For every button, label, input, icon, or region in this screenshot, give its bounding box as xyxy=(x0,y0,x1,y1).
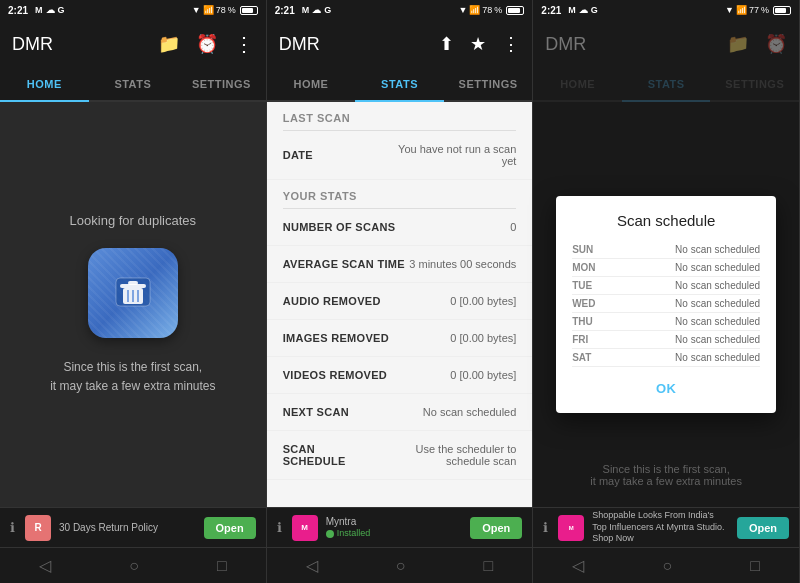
ad-bar-2: ℹ M Myntra Installed Open xyxy=(267,507,533,547)
folder-icon-3: 📁 xyxy=(727,33,749,55)
panel-home: 2:21 M ☁ G ▼ 📶 78% DMR 📁 ⏰ ⋮ HOME STATS … xyxy=(0,0,267,583)
stat-value-5: No scan scheduled xyxy=(423,406,517,418)
ad-info-icon-2: ℹ xyxy=(277,520,282,535)
tab-stats-2[interactable]: STATS xyxy=(355,68,444,102)
schedule-sun: SUN No scan scheduled xyxy=(572,241,760,259)
stats-content: LAST SCAN DATE You have not run a scan y… xyxy=(267,102,533,507)
panel3-bg-text: Since this is the first scan, it may tak… xyxy=(533,463,799,487)
status-bar-1: 2:21 M ☁ G ▼ 📶 78% xyxy=(0,0,266,20)
stat-label-6: SCANSCHEDULE xyxy=(283,443,346,467)
ad-bar-3: ℹ M Shoppable Looks From India's Top Inf… xyxy=(533,507,799,547)
stat-label-3: IMAGES REMOVED xyxy=(283,332,389,344)
home-btn-3[interactable]: ○ xyxy=(643,549,693,583)
tab-home-2[interactable]: HOME xyxy=(267,68,356,100)
schedule-mon: MON No scan scheduled xyxy=(572,259,760,277)
recents-btn-3[interactable]: □ xyxy=(730,549,780,583)
clock-icon[interactable]: ⏰ xyxy=(196,33,218,55)
date-label: DATE xyxy=(283,149,313,161)
app-title-1: DMR xyxy=(12,34,158,55)
tab-stats-1[interactable]: STATS xyxy=(89,68,178,100)
last-scan-header: LAST SCAN xyxy=(267,102,533,130)
status-time-1: 2:21 M ☁ G xyxy=(8,5,65,16)
date-row: DATE You have not run a scan yet xyxy=(267,131,533,180)
app-icon xyxy=(88,248,178,338)
schedule-day-fri: FRI xyxy=(572,334,602,345)
stat-label-0: NUMBER OF SCANS xyxy=(283,221,396,233)
app-bar-3: DMR 📁 ⏰ xyxy=(533,20,799,68)
schedule-val-fri: No scan scheduled xyxy=(675,334,760,345)
stat-value-6: Use the scheduler to schedule scan xyxy=(388,443,517,467)
bottom-nav-3: ◁ ○ □ xyxy=(533,547,799,583)
date-value: You have not run a scan yet xyxy=(388,143,517,167)
stat-value-1: 3 minutes 00 seconds xyxy=(409,258,516,270)
schedule-day-sat: SAT xyxy=(572,352,602,363)
home-subtitle: Looking for duplicates xyxy=(70,213,196,228)
panel-stats: 2:21 M ☁ G ▼ 📶 78% DMR ⬆ ★ ⋮ HOME STATS … xyxy=(267,0,534,583)
schedule-day-thu: THU xyxy=(572,316,602,327)
schedule-fri: FRI No scan scheduled xyxy=(572,331,760,349)
schedule-val-thu: No scan scheduled xyxy=(675,316,760,327)
schedule-day-sun: SUN xyxy=(572,244,602,255)
schedule-wed: WED No scan scheduled xyxy=(572,295,760,313)
ad-bar-1: ℹ R 30 Days Return Policy Open xyxy=(0,507,266,547)
dialog-ok-container: OK xyxy=(572,379,760,397)
stat-row-6: SCANSCHEDULE Use the scheduler to schedu… xyxy=(267,431,533,480)
stat-label-4: VIDEOS REMOVED xyxy=(283,369,387,381)
schedule-day-tue: TUE xyxy=(572,280,602,291)
panel3-content: Scan schedule SUN No scan scheduled MON … xyxy=(533,102,799,507)
tab-settings-2[interactable]: SETTINGS xyxy=(444,68,533,100)
status-bar-2: 2:21 M ☁ G ▼ 📶 78% xyxy=(267,0,533,20)
back-btn-2[interactable]: ◁ xyxy=(286,548,338,583)
dialog-title: Scan schedule xyxy=(572,212,760,229)
ad-text-1: 30 Days Return Policy xyxy=(59,521,196,534)
back-btn-3[interactable]: ◁ xyxy=(552,548,604,583)
your-stats-header: YOUR STATS xyxy=(267,180,533,208)
home-btn-2[interactable]: ○ xyxy=(376,549,426,583)
bottom-nav-1: ◁ ○ □ xyxy=(0,547,266,583)
ad-open-btn-2[interactable]: Open xyxy=(470,517,522,539)
more-icon-2[interactable]: ⋮ xyxy=(502,33,520,55)
stat-value-2: 0 [0.00 bytes] xyxy=(450,295,516,307)
ad-info-icon-3: ℹ xyxy=(543,520,548,535)
ad-open-btn-3[interactable]: Open xyxy=(737,517,789,539)
stat-row-1: AVERAGE SCAN TIME 3 minutes 00 seconds xyxy=(267,246,533,283)
stat-label-5: NEXT SCAN xyxy=(283,406,349,418)
stat-row-3: IMAGES REMOVED 0 [0.00 bytes] xyxy=(267,320,533,357)
stat-label-1: AVERAGE SCAN TIME xyxy=(283,258,405,270)
stat-row-2: AUDIO REMOVED 0 [0.00 bytes] xyxy=(267,283,533,320)
ad-open-btn-1[interactable]: Open xyxy=(204,517,256,539)
installed-badge: Installed xyxy=(326,528,463,540)
clock-icon-3: ⏰ xyxy=(765,33,787,55)
trash-svg xyxy=(108,268,158,318)
status-icons-1: ▼ 📶 78% xyxy=(192,5,258,15)
status-bar-3: 2:21 M ☁ G ▼ 📶 77% xyxy=(533,0,799,20)
stat-row-0: NUMBER OF SCANS 0 xyxy=(267,209,533,246)
tab-stats-3: STATS xyxy=(622,68,711,102)
schedule-val-wed: No scan scheduled xyxy=(675,298,760,309)
app-title-3: DMR xyxy=(545,34,727,55)
folder-icon[interactable]: 📁 xyxy=(158,33,180,55)
share-icon[interactable]: ⬆ xyxy=(439,33,454,55)
recents-btn-1[interactable]: □ xyxy=(197,549,247,583)
stat-row-4: VIDEOS REMOVED 0 [0.00 bytes] xyxy=(267,357,533,394)
home-content: Looking for duplicates Since this is the… xyxy=(0,102,266,507)
app-bar-actions-2: ⬆ ★ ⋮ xyxy=(439,33,520,55)
dialog-overlay: Scan schedule SUN No scan scheduled MON … xyxy=(533,102,799,507)
stat-value-3: 0 [0.00 bytes] xyxy=(450,332,516,344)
back-btn-1[interactable]: ◁ xyxy=(19,548,71,583)
tab-home-1[interactable]: HOME xyxy=(0,68,89,102)
tabs-2: HOME STATS SETTINGS xyxy=(267,68,533,102)
more-icon[interactable]: ⋮ xyxy=(234,32,254,56)
home-btn-1[interactable]: ○ xyxy=(109,549,159,583)
bottom-nav-2: ◁ ○ □ xyxy=(267,547,533,583)
dialog-ok-button[interactable]: OK xyxy=(656,381,677,396)
stat-value-0: 0 xyxy=(510,221,516,233)
tab-settings-1[interactable]: SETTINGS xyxy=(177,68,266,100)
recents-btn-2[interactable]: □ xyxy=(464,549,514,583)
ad-info-icon-1: ℹ xyxy=(10,520,15,535)
schedule-day-wed: WED xyxy=(572,298,602,309)
panel-dialog: 2:21 M ☁ G ▼ 📶 77% DMR 📁 ⏰ HOME STATS SE… xyxy=(533,0,800,583)
star-icon[interactable]: ★ xyxy=(470,33,486,55)
myntra-icon: M xyxy=(292,515,318,541)
svg-rect-3 xyxy=(128,281,138,285)
